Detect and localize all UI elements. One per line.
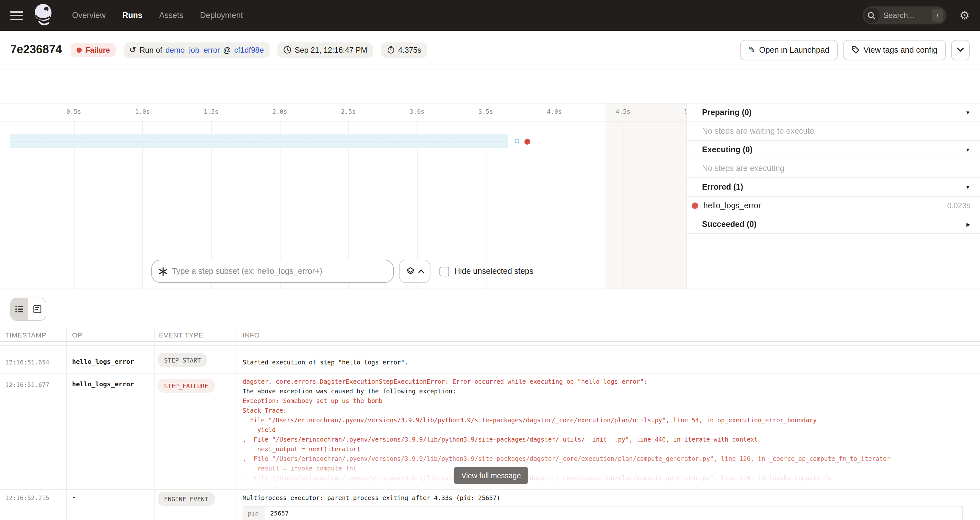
row-divider <box>0 373 980 374</box>
header-divider <box>0 341 980 342</box>
failure-dot-icon <box>76 47 82 52</box>
nav-item-deployment[interactable]: Deployment <box>200 11 243 20</box>
layers-icon <box>406 267 415 276</box>
structured-logs-icon[interactable] <box>28 298 46 320</box>
gantt-chart[interactable]: 0.5s 1.0s 1.5s 2.0s 2.5s 3.0s 3.5s 4.0s … <box>0 103 686 289</box>
column-header-info: INFO <box>243 328 259 341</box>
settings-gear-icon[interactable]: ⚙ <box>959 10 970 21</box>
global-search[interactable]: / <box>863 6 947 24</box>
axis-line <box>0 121 686 122</box>
log-toolbar: Levels (5) Copy URL <box>0 289 980 328</box>
row-divider <box>0 489 980 490</box>
history-icon: ↺ <box>129 46 137 54</box>
run-status-badge: Failure <box>71 43 116 57</box>
run-timestamp-pill: Sep 21, 12:16:47 PM <box>277 42 373 57</box>
step-duration: 0.023s <box>947 201 970 210</box>
step-status-panel: Preparing (0)▼ No steps are waiting to e… <box>686 103 980 289</box>
nav-item-overview[interactable]: Overview <box>72 11 105 20</box>
job-link[interactable]: demo_job_error <box>165 45 220 54</box>
preparing-empty-message: No steps are waiting to execute <box>687 122 980 141</box>
dagster-logo-icon[interactable] <box>32 3 55 28</box>
section-errored[interactable]: Errored (1)▼ <box>687 178 980 197</box>
hide-unselected-label: Hide unselected steps <box>454 267 533 276</box>
run-id-title: 7e236874 <box>10 43 62 57</box>
nav-links: Overview Runs Assets Deployment <box>72 11 243 20</box>
step-start-marker[interactable] <box>515 139 519 143</box>
column-divider <box>154 328 155 520</box>
axis-tick: 3.5s <box>479 108 493 115</box>
open-in-launchpad-button[interactable]: ✎ Open in Launchpad <box>740 40 838 60</box>
metadata-key: pid <box>243 506 264 520</box>
caret-down-icon[interactable]: ▼ <box>965 109 970 116</box>
run-actions-dropdown-button[interactable] <box>951 40 970 60</box>
pencil-icon: ✎ <box>748 46 756 54</box>
step-subset-row: Hide unselected steps <box>151 260 533 283</box>
run-duration-pill: 4.375s <box>381 42 427 57</box>
column-header-timestamp: TIMESTAMP <box>5 328 46 341</box>
event-type-badge: STEP_FAILURE <box>158 379 215 393</box>
metadata-value: 25657 <box>264 506 962 520</box>
event-metadata-table: pid 25657 <box>243 506 963 520</box>
stopwatch-icon <box>387 46 395 54</box>
nav-item-runs[interactable]: Runs <box>122 11 143 20</box>
chevron-up-icon <box>418 270 424 273</box>
step-subset-field[interactable] <box>151 260 394 283</box>
step-leader-dotted-line <box>10 141 508 141</box>
clock-icon <box>283 46 291 54</box>
axis-tick: 4.0s <box>547 108 562 115</box>
section-preparing[interactable]: Preparing (0)▼ <box>687 103 980 122</box>
error-dot-icon <box>692 203 698 209</box>
gantt-toolbar: Hide not started steps Re-execute all (*… <box>0 70 980 103</box>
executing-empty-message: No steps are executing <box>687 159 980 178</box>
axis-tick: 3.0s <box>410 108 424 115</box>
axis-tick: 4.5s <box>616 108 630 115</box>
row-divider <box>0 345 980 346</box>
nav-item-assets[interactable]: Assets <box>159 11 183 20</box>
run-of-tag: ↺ Run of demo_job_error @ cf1df98e <box>124 42 270 57</box>
axis-tick: 1.5s <box>204 108 218 115</box>
errored-step-row[interactable]: hello_logs_error 0.023s <box>687 197 980 215</box>
caret-down-icon[interactable]: ▼ <box>965 184 970 190</box>
column-divider <box>235 328 236 520</box>
axis-tick: 2.0s <box>272 108 287 115</box>
axis-tick: 2.5s <box>341 108 356 115</box>
column-header-event-type: EVENT TYPE <box>159 328 203 341</box>
unstructured-logs-icon[interactable] <box>11 298 28 320</box>
column-header-op: OP <box>72 328 82 341</box>
axis-tick: 0.5s <box>66 108 81 115</box>
axis-tick: 1.0s <box>135 108 150 115</box>
hide-unselected-checkbox[interactable] <box>439 266 449 276</box>
section-executing[interactable]: Executing (0)▼ <box>687 141 980 159</box>
view-tags-config-button[interactable]: View tags and config <box>843 40 946 60</box>
graph-query-toggle-button[interactable] <box>399 260 431 283</box>
op-selector-icon <box>158 266 168 276</box>
section-succeeded[interactable]: Succeeded (0)▶ <box>687 215 980 234</box>
search-shortcut-key: / <box>932 9 943 22</box>
gridline <box>554 122 555 289</box>
event-type-badge: STEP_START <box>158 353 207 367</box>
top-nav: Overview Runs Assets Deployment / ⚙ <box>0 0 980 31</box>
tag-icon <box>851 46 860 54</box>
log-table: TIMESTAMP OP EVENT TYPE INFO 12:16:51.65… <box>0 328 980 520</box>
gridline <box>623 122 624 289</box>
run-header: 7e236874 Failure ↺ Run of demo_job_error… <box>0 31 980 70</box>
hamburger-menu-icon[interactable] <box>10 11 23 20</box>
caret-right-icon[interactable]: ▶ <box>966 222 970 227</box>
search-icon <box>864 8 880 23</box>
event-type-badge: ENGINE_EVENT <box>158 492 215 506</box>
log-view-mode-group <box>10 298 46 321</box>
step-subset-input[interactable] <box>172 267 393 276</box>
error-message-block: dagster._core.errors.DagsterExecutionSte… <box>243 377 973 488</box>
commit-link[interactable]: cf1df98e <box>234 45 264 54</box>
chevron-down-icon <box>957 48 964 52</box>
after-run-end-shade <box>606 103 686 289</box>
view-full-message-button[interactable]: View full message <box>453 467 528 484</box>
step-failure-marker[interactable] <box>524 138 530 144</box>
search-input[interactable] <box>883 11 932 20</box>
column-divider <box>66 328 67 520</box>
caret-down-icon[interactable]: ▼ <box>965 147 970 153</box>
dagster-run-page: Overview Runs Assets Deployment / ⚙ 7e23… <box>0 0 980 520</box>
